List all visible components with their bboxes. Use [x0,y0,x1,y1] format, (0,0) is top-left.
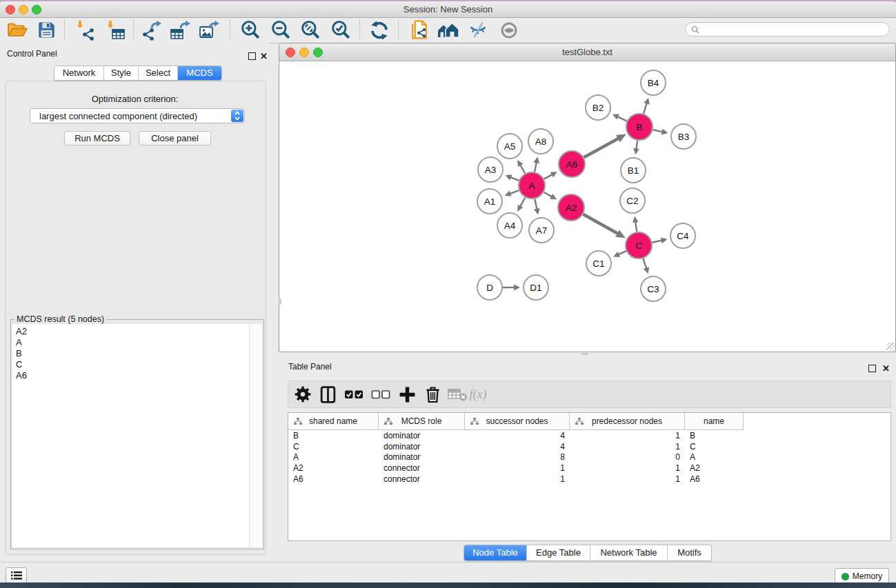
import-network-icon[interactable] [72,19,98,41]
column-header-successor-nodes[interactable]: successor nodes [465,413,570,429]
float-table-panel-icon[interactable] [868,363,876,375]
graph-node-A5[interactable]: A5 [497,134,522,159]
edge-C-C3[interactable] [643,258,646,269]
network-graph-canvas[interactable]: AA2A6BCA5A8A3A1A4A7B4B2B3B1C2C4C1C3DD1 [279,61,895,352]
column-header-predecessor-nodes[interactable]: predecessor nodes [570,413,685,429]
network-window[interactable]: testGlobe.txt AA2A6BCA5A8A3A1A4A7B4B2B3B… [279,43,896,352]
table-row[interactable]: A6connector11A6 [288,474,890,485]
run-mcds-button[interactable]: Run MCDS [64,131,130,145]
zoom-in-icon[interactable] [237,19,263,41]
delete-icon[interactable] [421,383,444,405]
tab-style[interactable]: Style [104,66,139,80]
unchecked-boxes-icon[interactable] [369,383,392,405]
resize-grip-icon[interactable] [886,343,895,351]
graph-node-C1[interactable]: C1 [586,251,611,276]
hide-eye-icon[interactable] [465,19,491,41]
tab-network[interactable]: Network [54,66,104,80]
edge-A-A7[interactable] [535,199,537,210]
tab-select[interactable]: Select [139,66,178,80]
graph-node-B1[interactable]: B1 [621,158,646,183]
network-window-titlebar[interactable]: testGlobe.txt [279,43,895,61]
mcds-result-item[interactable]: A2 [12,326,250,337]
mcds-result-item[interactable]: C [12,359,250,370]
splitter-handle-vertical[interactable] [279,298,281,305]
graph-node-C2[interactable]: C2 [620,188,645,213]
table-row[interactable]: Adominator80A [288,452,890,463]
export-table-icon[interactable] [168,19,194,41]
tab-mcds[interactable]: MCDS [178,66,221,80]
edge-B-B1[interactable] [636,141,637,150]
search-input[interactable] [685,22,890,37]
graph-node-D1[interactable]: D1 [524,275,548,300]
net-zoom-button[interactable] [313,48,323,57]
zoom-out-icon[interactable] [268,19,294,41]
import-table-icon[interactable] [102,19,128,41]
column-header-shared-name[interactable]: shared name [288,413,379,429]
edge-B-B4[interactable] [644,103,647,114]
graph-node-A6[interactable]: A6 [559,151,585,177]
minimize-window-button[interactable] [19,5,28,14]
mcds-result-item[interactable]: A6 [12,370,250,381]
edge-A-A6[interactable] [544,174,552,179]
column-header-MCDS-role[interactable]: MCDS role [379,413,465,429]
edge-A-A5[interactable] [520,165,525,174]
table-row[interactable]: Cdominator41C [288,442,890,453]
checked-boxes-icon[interactable] [342,383,366,405]
document-share-icon[interactable] [406,19,432,41]
graph-node-B[interactable]: B [626,114,653,140]
mcds-result-item[interactable]: B [12,348,250,359]
edge-C-C2[interactable] [635,222,637,232]
export-network-icon[interactable] [139,19,165,41]
graph-node-B3[interactable]: B3 [671,124,696,149]
edge-C-C1[interactable] [618,251,626,254]
graph-node-A7[interactable]: A7 [529,218,554,243]
graph-node-B2[interactable]: B2 [586,95,610,120]
home-icon[interactable] [435,19,461,41]
graph-node-A3[interactable]: A3 [478,157,503,182]
export-image-icon[interactable] [197,19,223,41]
zoom-window-button[interactable] [32,5,41,14]
edge-A-A8[interactable] [535,162,537,172]
tab-node-table[interactable]: Node Table [464,545,527,560]
column-header-name[interactable]: name [685,413,744,429]
graph-node-A1[interactable]: A1 [477,189,502,214]
edge-A-A2[interactable] [544,192,552,197]
close-table-panel-icon[interactable]: ✕ [882,362,890,374]
graph-node-A4[interactable]: A4 [497,213,522,238]
graph-node-D[interactable]: D [477,275,502,300]
task-history-button[interactable] [6,567,27,584]
gear-icon[interactable] [291,383,315,405]
zoom-fit-icon[interactable] [297,19,323,41]
optimization-criterion-dropdown[interactable]: largest connected component (directed) [30,108,245,123]
net-close-button[interactable] [286,48,295,57]
graph-node-B4[interactable]: B4 [641,70,666,95]
open-file-icon[interactable] [4,19,30,41]
net-minimize-button[interactable] [299,48,309,57]
table-row[interactable]: Bdominator41B [288,431,890,442]
columns-icon[interactable] [316,383,339,405]
mcds-result-scrollbar[interactable] [249,324,262,547]
edge-A-A4[interactable] [520,198,525,207]
table-row[interactable]: A2connector11A2 [288,463,890,474]
edge-B-B2[interactable] [617,116,627,121]
tab-network-table[interactable]: Network Table [590,545,668,560]
edge-C-C4[interactable] [653,241,662,243]
add-icon[interactable] [395,383,419,405]
zoom-selected-icon[interactable] [328,19,354,41]
edge-B-B3[interactable] [653,130,663,132]
close-window-button[interactable] [6,5,15,14]
graph-node-A[interactable]: A [519,172,545,199]
graph-node-A2[interactable]: A2 [558,194,584,221]
edge-A2-C[interactable] [583,214,617,234]
graph-node-C[interactable]: C [626,232,652,258]
edge-A-A1[interactable] [510,190,519,194]
close-panel-icon[interactable]: ✕ [260,50,268,62]
save-icon[interactable] [33,19,59,41]
refresh-icon[interactable] [366,19,392,41]
graph-node-C3[interactable]: C3 [641,276,666,301]
tab-motifs[interactable]: Motifs [668,545,711,560]
edge-A6-B[interactable] [584,139,619,158]
tab-edge-table[interactable]: Edge Table [527,545,590,560]
edge-A-A3[interactable] [510,177,519,181]
float-panel-icon[interactable] [248,50,256,63]
